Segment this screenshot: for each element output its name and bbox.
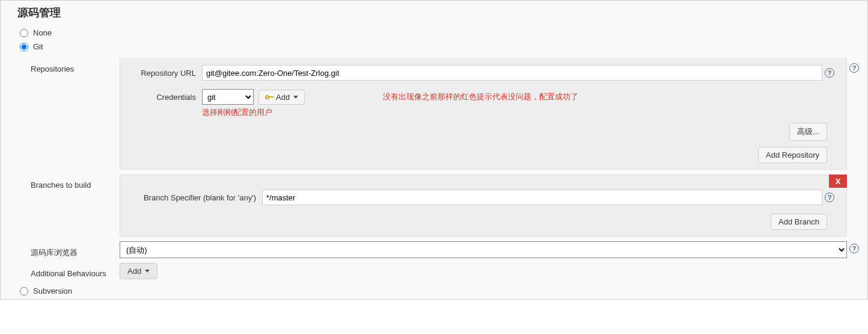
help-icon[interactable]: ?	[825, 193, 834, 202]
repo-browser-label: 源码库浏览器	[31, 241, 120, 258]
branches-row: Branches to build X Branch Specifier (bl…	[31, 175, 861, 237]
add-repository-button[interactable]: Add Repository	[758, 147, 827, 163]
add-behaviour-label: Add	[127, 267, 141, 276]
scm-option-subversion-row[interactable]: Subversion	[1, 284, 867, 299]
repo-url-row: Repository URL ?	[120, 59, 846, 81]
chevron-down-icon	[293, 96, 298, 99]
repositories-label: Repositories	[31, 58, 120, 73]
chevron-down-icon	[145, 270, 150, 273]
key-icon	[265, 95, 274, 99]
credentials-select[interactable]: git	[202, 89, 254, 105]
additional-behaviours-row: Additional Behaviours Add	[31, 263, 861, 279]
repo-browser-row: 源码库浏览器 (自动) ?	[31, 241, 861, 258]
scm-section: 源码管理 None Git Repositories Repository UR…	[0, 0, 868, 300]
repo-url-label: Repository URL	[136, 69, 202, 78]
scm-radio-none[interactable]	[20, 29, 28, 37]
advanced-button[interactable]: 高级...	[789, 123, 827, 141]
branch-spec-label: Branch Specifier (blank for 'any')	[136, 193, 262, 202]
repo-browser-field-wrap: (自动)	[120, 241, 847, 258]
repo-url-help-wrap: ?	[822, 68, 837, 78]
help-icon[interactable]: ?	[825, 68, 834, 78]
branch-spec-input[interactable]	[262, 190, 822, 205]
advanced-row: 高级...	[120, 119, 846, 141]
help-icon[interactable]: ?	[849, 244, 859, 253]
repositories-panel: Repository URL ? Credentials git	[120, 58, 847, 170]
add-repo-row: Add Repository	[120, 141, 846, 163]
add-branch-button[interactable]: Add Branch	[771, 214, 827, 230]
repo-browser-help-wrap: ?	[847, 241, 861, 253]
add-credentials-button[interactable]: Add	[258, 90, 305, 105]
repo-browser-select[interactable]: (自动)	[120, 241, 847, 258]
scm-radio-git[interactable]	[20, 43, 28, 51]
credentials-field-wrap: git Add 没有出现像之前那样的红色提示代表没问题，配置成功了	[202, 89, 578, 105]
scm-label-git: Git	[33, 42, 43, 51]
branch-spec-field-wrap	[262, 190, 822, 205]
branches-help-spacer	[847, 175, 861, 179]
branch-spec-help-wrap: ?	[822, 193, 837, 202]
help-icon[interactable]: ?	[849, 63, 859, 73]
add-cred-label: Add	[276, 93, 290, 102]
add-behaviour-button[interactable]: Add	[120, 263, 157, 279]
delete-branch-button[interactable]: X	[829, 175, 847, 188]
additional-behaviours-label: Additional Behaviours	[31, 263, 120, 278]
annotation-user-select: 选择刚刚配置的用户	[120, 107, 846, 119]
additional-behaviours-help-spacer	[847, 263, 861, 268]
scm-option-none-row[interactable]: None	[1, 26, 867, 40]
scm-label-subversion: Subversion	[33, 286, 72, 295]
repo-url-field-wrap	[202, 65, 822, 81]
git-config-area: Repositories Repository URL ? Credential…	[31, 58, 861, 279]
credentials-row: Credentials git Add 没有出现像之前那样的红色提示代表没问题，…	[120, 81, 846, 105]
annotation-success: 没有出现像之前那样的红色提示代表没问题，配置成功了	[383, 91, 578, 102]
credentials-label: Credentials	[136, 93, 202, 102]
branch-spec-row: Branch Specifier (blank for 'any') ?	[120, 175, 846, 205]
repositories-row: Repositories Repository URL ? Credential…	[31, 58, 861, 170]
scm-option-git-row[interactable]: Git	[1, 40, 867, 54]
branches-panel: X Branch Specifier (blank for 'any') ? A…	[120, 175, 847, 237]
branches-label: Branches to build	[31, 175, 120, 190]
scm-label-none: None	[33, 28, 52, 37]
additional-behaviours-field: Add	[120, 263, 847, 279]
section-title: 源码管理	[1, 1, 867, 26]
repositories-help-wrap: ?	[847, 58, 861, 73]
scm-radio-subversion[interactable]	[20, 287, 28, 295]
repo-url-input[interactable]	[202, 65, 822, 81]
add-branch-row: Add Branch	[120, 205, 846, 230]
